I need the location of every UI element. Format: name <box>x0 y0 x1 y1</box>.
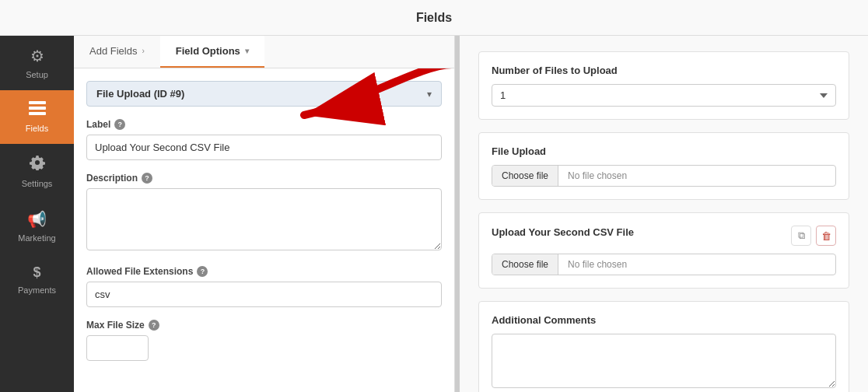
maxsize-label: Max File Size ? <box>86 320 442 331</box>
num-files-title: Number of Files to Upload <box>492 65 836 76</box>
additional-comments-section: Additional Comments <box>478 301 849 392</box>
file-upload-2-header: Upload Your Second CSV File ⧉ 🗑 <box>492 226 836 246</box>
settings-icon <box>30 155 45 174</box>
delete-button[interactable]: 🗑 <box>816 226 836 246</box>
delete-icon: 🗑 <box>821 230 831 242</box>
file-upload-1-input: Choose file No file chosen <box>492 165 836 187</box>
file-upload-2-title: Upload Your Second CSV File <box>492 226 634 238</box>
setup-icon: ⚙ <box>30 47 44 65</box>
tabs-row: Add Fields › Field Options ▾ <box>74 36 454 68</box>
description-help-icon[interactable]: ? <box>142 173 152 184</box>
content-area: Add Fields › Field Options ▾ File Upload… <box>74 36 868 392</box>
chevron-icon: › <box>142 47 144 55</box>
choose-file-2-button[interactable]: Choose file <box>492 254 558 275</box>
copy-button[interactable]: ⧉ <box>791 226 811 246</box>
right-panel: Number of Files to Upload 1 2 3 File Upl… <box>460 36 868 392</box>
sidebar-label-fields: Fields <box>26 124 48 133</box>
section-actions: ⧉ 🗑 <box>791 226 836 246</box>
svg-rect-1 <box>29 107 46 110</box>
description-form-group: Description ? <box>86 173 442 254</box>
description-field-label: Description ? <box>86 173 442 184</box>
field-selector-label: File Upload (ID #9) <box>96 88 184 100</box>
copy-icon: ⧉ <box>798 229 805 242</box>
num-files-select[interactable]: 1 2 3 <box>492 84 836 107</box>
label-input[interactable] <box>86 135 442 160</box>
page-title: Fields <box>416 11 452 25</box>
file-upload-1-title: File Upload <box>492 145 836 157</box>
num-files-section: Number of Files to Upload 1 2 3 <box>478 51 849 120</box>
left-panel-body: File Upload (ID #9) ▾ Label ? <box>74 68 454 392</box>
sidebar-item-setup[interactable]: ⚙ Setup <box>0 36 74 90</box>
svg-rect-0 <box>29 101 46 104</box>
payments-icon: $ <box>33 264 40 281</box>
fields-icon <box>29 101 46 119</box>
sidebar-label-marketing: Marketing <box>18 233 55 243</box>
additional-comments-title: Additional Comments <box>492 314 836 326</box>
maxsize-help-icon[interactable]: ? <box>149 320 159 331</box>
choose-file-1-button[interactable]: Choose file <box>492 166 558 186</box>
sidebar-label-settings: Settings <box>22 179 53 188</box>
marketing-icon: 📢 <box>27 210 47 229</box>
sidebar-item-settings[interactable]: Settings <box>0 144 74 199</box>
extensions-form-group: Allowed File Extensions ? <box>86 266 442 307</box>
field-selector-chevron-icon: ▾ <box>427 89 432 100</box>
file-upload-1-section: File Upload Choose file No file chosen <box>478 132 849 200</box>
extensions-input[interactable] <box>86 282 442 307</box>
additional-comments-textarea[interactable] <box>492 334 836 388</box>
sidebar-label-setup: Setup <box>26 70 48 79</box>
label-help-icon[interactable]: ? <box>114 119 125 130</box>
chevron-down-icon: ▾ <box>245 47 249 55</box>
sidebar-item-marketing[interactable]: 📢 Marketing <box>0 199 74 254</box>
sidebar-item-payments[interactable]: $ Payments <box>0 254 74 306</box>
no-file-2-label: No file chosen <box>558 254 636 275</box>
no-file-1-label: No file chosen <box>558 166 636 186</box>
field-selector[interactable]: File Upload (ID #9) ▾ <box>86 81 442 107</box>
tab-add-fields[interactable]: Add Fields › <box>74 36 160 68</box>
num-files-select-wrapper: 1 2 3 <box>492 84 836 107</box>
extensions-label: Allowed File Extensions ? <box>86 266 442 277</box>
file-upload-2-input: Choose file No file chosen <box>492 254 836 275</box>
file-upload-2-section: Upload Your Second CSV File ⧉ 🗑 Choose f… <box>478 212 849 289</box>
top-bar: Fields <box>0 0 868 36</box>
sidebar: ⚙ Setup Fields Settings 📢 Ma <box>0 36 74 392</box>
sidebar-item-fields[interactable]: Fields <box>0 90 74 144</box>
tab-field-options[interactable]: Field Options ▾ <box>160 36 264 68</box>
main-layout: ⚙ Setup Fields Settings 📢 Ma <box>0 36 868 392</box>
sidebar-label-payments: Payments <box>18 285 56 295</box>
label-field-label: Label ? <box>86 119 442 130</box>
maxsize-form-group: Max File Size ? <box>86 320 442 361</box>
maxsize-input[interactable] <box>86 335 149 361</box>
label-form-group: Label ? <box>86 119 442 160</box>
extensions-help-icon[interactable]: ? <box>197 266 208 277</box>
left-panel: Add Fields › Field Options ▾ File Upload… <box>74 36 455 392</box>
svg-rect-2 <box>29 112 46 115</box>
description-textarea[interactable] <box>86 188 442 250</box>
